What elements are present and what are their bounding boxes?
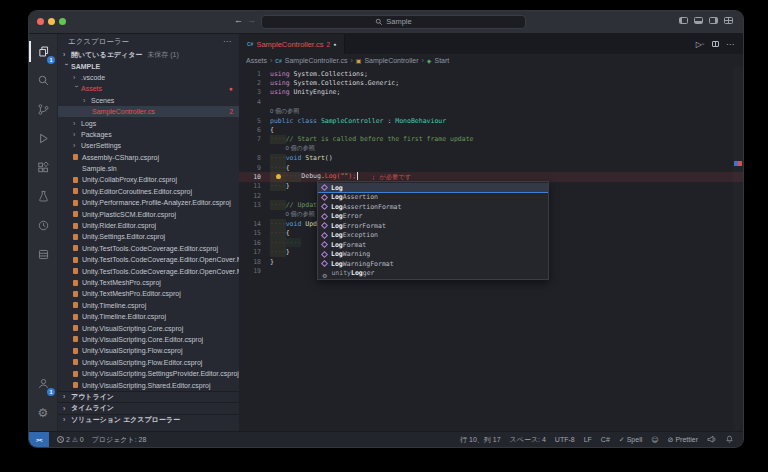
toggle-secondary-sidebar-icon[interactable] [709,17,718,24]
breadcrumb-method[interactable]: Start [434,57,449,64]
tree-item[interactable]: › Unity.PlasticSCM.Editor.csproj [58,208,239,219]
megaphone-icon[interactable] [707,435,716,444]
code-line[interactable]: 9 ····{ [239,163,743,172]
tree-item[interactable]: › Unity.Timeline.Editor.csproj [58,311,239,322]
zoom-window-button[interactable] [59,18,66,25]
codelens-references[interactable]: 0 個の参照 [270,107,299,116]
command-center-search[interactable]: Sample [261,15,526,29]
explorer-icon[interactable]: 1 [29,37,57,66]
tree-item[interactable]: › Unity.EditorCoroutines.Editor.csproj [58,186,239,197]
breadcrumb-class[interactable]: SampleController [364,57,418,64]
suggestion-item[interactable]: Log [318,183,548,193]
tree-item[interactable]: › Sample.sln [58,163,239,174]
eol-status[interactable]: LF [584,436,592,443]
project-count[interactable]: プロジェクト: 28 [92,435,147,445]
tree-item[interactable]: › Unity.TestTools.CodeCoverage.Editor.Op… [58,265,239,276]
lightbulb-icon[interactable] [276,174,281,179]
tree-item[interactable]: › Unity.TextMeshPro.Editor.csproj [58,288,239,299]
code-line[interactable]: 8 ····void Start() [239,154,743,163]
suggestion-item[interactable]: LogErrorFormat [318,221,548,231]
minimize-window-button[interactable] [48,18,55,25]
tree-item[interactable]: › ソリューション エクスプローラー [58,414,239,425]
back-icon[interactable]: ← [234,15,243,25]
tree-item[interactable]: › Unity.VisualScripting.Shared.Editor.cs… [58,379,239,390]
suggestion-item[interactable]: unityLogger [318,269,548,279]
code-line[interactable]: 3 using UnityEngine; [239,88,743,97]
split-editor-icon[interactable] [712,41,719,47]
tree-item[interactable]: › Assets ● [58,83,239,94]
account-icon[interactable]: 1 [29,369,57,398]
tree-item[interactable]: › タイムライン [58,402,239,413]
tree-item[interactable]: › Unity.VisualScripting.Flow.csproj [58,345,239,356]
customize-layout-icon[interactable] [724,17,733,24]
run-debug-icon[interactable] [29,124,57,153]
code-line[interactable]: 5 public class SampleController : MonoBe… [239,116,743,125]
prettier-status[interactable]: ⊘ Prettier [668,436,698,444]
tree-item[interactable]: › Unity.Performance.Profile-Analyzer.Edi… [58,197,239,208]
tree-item[interactable]: › Logs [58,117,239,128]
tree-item[interactable]: › SampleController.cs 2 [58,106,239,117]
breadcrumb-file[interactable]: SampleController.cs [285,57,348,64]
tree-item[interactable]: › Scenes [58,95,239,106]
settings-gear-icon[interactable]: ⚙ [29,398,57,427]
tree-item[interactable]: › Unity.VisualScripting.Core.csproj [58,322,239,333]
tree-item[interactable]: › SAMPLE [58,60,239,71]
run-button[interactable]: ▷› [696,40,705,49]
toggle-panel-icon[interactable] [694,17,703,24]
tree-item[interactable]: › Unity.VisualScripting.Flow.Editor.cspr… [58,357,239,368]
suggestion-item[interactable]: LogFormat [318,240,548,250]
breadcrumb-assets[interactable]: Assets [246,57,267,64]
tab-samplecontroller[interactable]: C# SampleController.cs 2 ● [239,34,345,54]
testing-beaker-icon[interactable] [29,182,57,211]
editor-more-actions-icon[interactable]: ⋯ [726,40,734,49]
problems-status[interactable]: ✕ 2 ⚠ 0 [57,436,84,444]
layers-icon[interactable] [29,240,57,269]
encoding-status[interactable]: UTF-8 [555,436,575,443]
tree-item[interactable]: › Unity.Settings.Editor.csproj [58,231,239,242]
tree-item[interactable]: › Unity.Rider.Editor.csproj [58,220,239,231]
cursor-position[interactable]: 行 10、列 17 [460,435,500,445]
tree-item[interactable]: › Unity.TextMeshPro.csproj [58,277,239,288]
suggestion-item[interactable]: LogAssertionFormat [318,202,548,212]
tree-item[interactable]: › UserSettings [58,140,239,151]
tree-item[interactable]: › アウトライン [58,391,239,402]
tree-item[interactable]: › Unity.CollabProxy.Editor.csproj [58,174,239,185]
code-line[interactable]: 0 個の参照 [239,107,743,116]
overview-ruler[interactable] [733,67,743,431]
search-view-icon[interactable] [29,66,57,95]
tree-item[interactable]: › Unity.VisualScripting.Core.Editor.cspr… [58,334,239,345]
code-line[interactable]: 2 using System.Collections.Generic; [239,78,743,87]
tree-item[interactable]: › Unity.TestTools.CodeCoverage.Editor.cs… [58,243,239,254]
bell-icon[interactable] [725,435,734,444]
tree-item[interactable]: › Assembly-CSharp.csproj [58,152,239,163]
feedback-smiley-icon[interactable]: ☺ [651,436,658,444]
suggestion-item[interactable]: LogWarningFormat [318,259,548,269]
indentation-status[interactable]: スペース: 4 [510,435,546,445]
suggestion-item[interactable]: LogWarning [318,250,548,260]
code-line[interactable]: 7 ····// Start is called before the firs… [239,135,743,144]
clock-icon[interactable] [29,211,57,240]
explorer-more-actions-icon[interactable]: ⋯ [223,37,231,46]
spell-status[interactable]: ✓ Spell [619,436,642,444]
code-line[interactable]: 0 個の参照 [239,144,743,153]
tree-item[interactable]: › 開いているエディター 未保存 (1) [58,49,239,60]
suggestion-item[interactable]: LogException [318,231,548,241]
suggestion-item[interactable]: LogError [318,212,548,222]
toggle-sidebar-icon[interactable] [679,17,688,24]
extensions-icon[interactable] [29,153,57,182]
tree-item[interactable]: › Unity.TestTools.CodeCoverage.Editor.Op… [58,254,239,265]
remote-indicator[interactable]: >< [29,432,49,447]
code-line[interactable]: 1 using System.Collections; [239,69,743,78]
code-line[interactable]: 4 [239,97,743,106]
tree-item[interactable]: › .vscode [58,72,239,83]
tree-item[interactable]: › Unity.Timeline.csproj [58,300,239,311]
close-window-button[interactable] [37,18,44,25]
language-mode[interactable]: C# [601,436,610,443]
suggestion-item[interactable]: LogAssertion [318,193,548,203]
code-line[interactable]: 6 { [239,125,743,134]
tree-item[interactable]: › Packages [58,129,239,140]
modified-dot-icon[interactable]: ● [333,41,336,47]
tree-item[interactable]: › Unity.VisualScripting.SettingsProvider… [58,368,239,379]
forward-icon[interactable]: → [247,15,256,25]
codelens-references[interactable]: 0 個の参照 [286,144,315,153]
